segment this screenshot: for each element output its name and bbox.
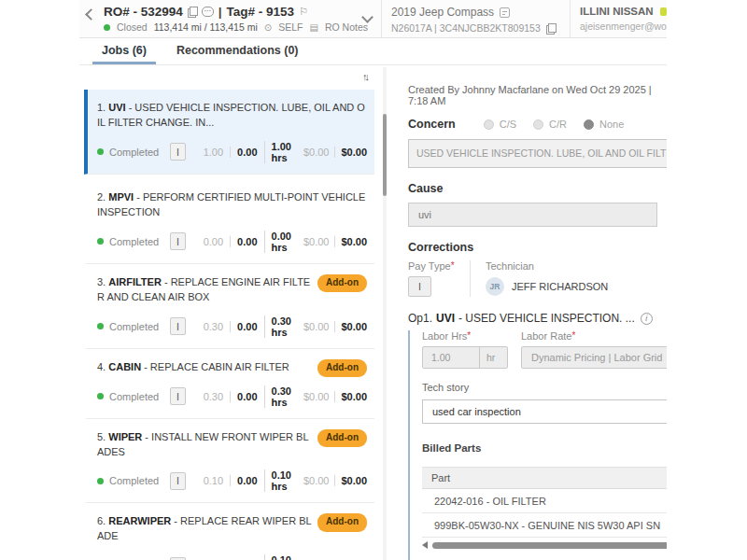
- tech-story-input[interactable]: used car inspection: [422, 399, 667, 424]
- hours-group: 0.10 0.00 0.10 hrs: [197, 469, 298, 492]
- status-dot: [104, 24, 110, 31]
- job-number: 4.: [97, 361, 106, 372]
- amount-total: $0.00: [334, 147, 367, 158]
- radio-icon[interactable]: [584, 119, 594, 130]
- tag-number: Tag# - 9153: [227, 5, 295, 19]
- mileage: 113,414 mi / 113,415 mi: [154, 21, 258, 33]
- copy-vin-icon[interactable]: [546, 23, 556, 34]
- vehicle-vin-row: N26017A | 3C4NJCBB2KT809153: [391, 22, 564, 34]
- labor-rate-field[interactable]: Dynamic Pricing | Labor Grid: [521, 346, 667, 369]
- job-code: AIRFILTER: [108, 276, 162, 287]
- job-number: 6.: [97, 515, 106, 526]
- hours-total: 0.10 hrs: [264, 554, 298, 560]
- job-card[interactable]: Add-on 3. AIRFILTER - REPLACE ENGINE AIR…: [84, 264, 374, 349]
- job-card[interactable]: Add-on 4. CABIN - REPLACE CABIN AIR FILT…: [84, 349, 374, 419]
- job-number: 5.: [97, 431, 106, 442]
- concern-radio-cs[interactable]: C/S: [484, 119, 516, 130]
- cause-input[interactable]: uvi: [408, 203, 657, 227]
- pay-type-column: Pay Type* I: [408, 260, 466, 297]
- self-icon: ⊙: [264, 22, 272, 33]
- corrections-divider: [470, 260, 471, 297]
- stock-vin: N26017A | 3C4NJCBB2KT809153: [391, 22, 541, 34]
- labor-hrs-label: Labor Hrs*: [422, 330, 508, 342]
- billed-parts-label: Billed Parts: [422, 442, 667, 454]
- comment-icon[interactable]: …: [202, 7, 214, 17]
- money-group: $0.00 $0.00: [298, 475, 367, 486]
- vehicle-name: 2019 Jeep Compass: [391, 6, 494, 19]
- completed-dot: [97, 478, 104, 484]
- job-number: 3.: [97, 276, 106, 287]
- ro-status-row: Closed 113,414 mi / 113,415 mi ⊙ SELF ▤ …: [104, 21, 377, 33]
- copy-ro-icon[interactable]: [188, 7, 197, 17]
- ro-header-left: RO# - 532994 … | Tag# - 9153 ⚐ Closed 11…: [79, 0, 381, 37]
- parts-hscrollbar: [422, 541, 667, 549]
- amount-sub: $0.00: [298, 147, 335, 158]
- vehicle-section: 2019 Jeep Compass N26017A | 3C4NJCBB2KT8…: [381, 0, 570, 37]
- pay-type-chip[interactable]: I: [170, 387, 186, 405]
- vehicle-history-icon[interactable]: [500, 7, 510, 18]
- job-code: REARWIPER: [108, 515, 171, 526]
- customer-badge-icon[interactable]: [660, 7, 667, 16]
- job-status: Completed: [97, 475, 170, 486]
- technician-row: JR JEFF RICHARDSON: [486, 277, 667, 296]
- job-desc: - REPLACE CABIN AIR FILTER: [141, 361, 289, 372]
- self-label[interactable]: SELF: [278, 21, 303, 33]
- job-status-row: Completed I 0.30 0.00 0.30 hrs $0.00 $0.…: [97, 315, 367, 338]
- job-card[interactable]: 2. MPVI - PERFORM CERTIFIED MULTI-POINT …: [84, 179, 374, 264]
- pay-type-chip[interactable]: I: [170, 472, 186, 490]
- part-row[interactable]: 22042-016 - OIL FILTER: [422, 489, 667, 513]
- sort-icon[interactable]: ↑↓: [362, 71, 367, 82]
- hours-other: 0.00: [230, 147, 263, 158]
- hours-total: 0.10 hrs: [264, 469, 298, 492]
- radio-icon[interactable]: [533, 119, 543, 130]
- pay-type-chip[interactable]: I: [170, 143, 186, 161]
- jobs-scrollbar[interactable]: [383, 67, 387, 560]
- customer-section: ILLINI NISSAN ajeisenmenger@worde: [570, 0, 667, 37]
- labor-hrs-field[interactable]: 1.00 hr: [422, 346, 508, 369]
- op-body: Labor Hrs* 1.00 hr Labor Rate* Dynamic P…: [408, 330, 667, 560]
- op-prefix: Op1.: [408, 312, 432, 325]
- tab-jobs[interactable]: Jobs (6): [92, 38, 156, 64]
- status-text: Completed: [109, 236, 159, 247]
- technician-label: Technician: [486, 260, 667, 272]
- job-desc: - USED VEHICLE INSPECTION. LUBE, OIL AND…: [97, 102, 365, 128]
- hours-sold: 0.00: [197, 236, 230, 247]
- required-asterisk: *: [451, 260, 455, 271]
- job-card[interactable]: Add-on 5. WIPER - INSTALL NEW FRONT WIPE…: [84, 419, 374, 504]
- pay-type-value[interactable]: I: [408, 276, 431, 297]
- job-desc: - PERFORM CERTIFIED MULTI-POINT VEHICLE …: [97, 191, 365, 217]
- concern-radio-none[interactable]: None: [584, 119, 624, 130]
- job-status: Completed: [97, 321, 170, 332]
- part-row[interactable]: 999BK-05W30-NX - GENUINE NIS 5W30 API SN: [422, 513, 667, 538]
- hours-group: 1.00 0.00 1.00 hrs: [197, 141, 298, 163]
- hours-sold: 0.30: [197, 391, 230, 402]
- labor-rate-column: Labor Rate* Dynamic Pricing | Labor Grid: [521, 330, 667, 369]
- radio-icon[interactable]: [484, 119, 494, 130]
- job-status: Completed: [97, 236, 170, 247]
- back-chevron-icon[interactable]: [85, 8, 97, 21]
- money-group: $0.00 $0.00: [298, 147, 367, 158]
- hours-group: 0.10 0.00 0.10 hrs: [197, 554, 298, 560]
- jobs-scrollbar-thumb[interactable]: [383, 114, 387, 196]
- flag-icon[interactable]: ⚐: [299, 6, 308, 18]
- tab-recommendations[interactable]: Recommendations (0): [167, 38, 308, 64]
- hours-sold: 0.30: [197, 321, 230, 332]
- concern-row: Concern C/SC/RNone: [408, 118, 667, 131]
- info-icon[interactable]: i: [641, 313, 653, 325]
- job-status-row: Completed I 0.30 0.00 0.30 hrs $0.00 $0.…: [97, 385, 367, 408]
- job-card[interactable]: Add-on 6. REARWIPER - REPLACE REAR WIPER…: [84, 503, 374, 560]
- concern-radio-cr[interactable]: C/R: [533, 119, 567, 130]
- job-status-row: Completed I 0.10 0.00 0.10 hrs $0.00 $0.…: [97, 469, 367, 492]
- parts-hscrollbar-thumb[interactable]: [432, 542, 667, 549]
- pay-type-chip[interactable]: I: [170, 232, 186, 250]
- concern-textarea[interactable]: USED VEHICLE INSPECTION. LUBE, OIL AND O…: [408, 139, 667, 168]
- scroll-left-arrow-icon[interactable]: [422, 541, 428, 549]
- pay-type-chip[interactable]: I: [170, 317, 186, 335]
- ro-notes-label[interactable]: RO Notes: [325, 21, 368, 33]
- job-code: CABIN: [108, 361, 141, 372]
- status-text: Completed: [109, 147, 159, 158]
- job-card[interactable]: 1. UVI - USED VEHICLE INSPECTION. LUBE, …: [84, 90, 374, 175]
- completed-dot: [97, 323, 104, 329]
- addon-badge: Add-on: [317, 274, 367, 293]
- completed-dot: [97, 393, 104, 399]
